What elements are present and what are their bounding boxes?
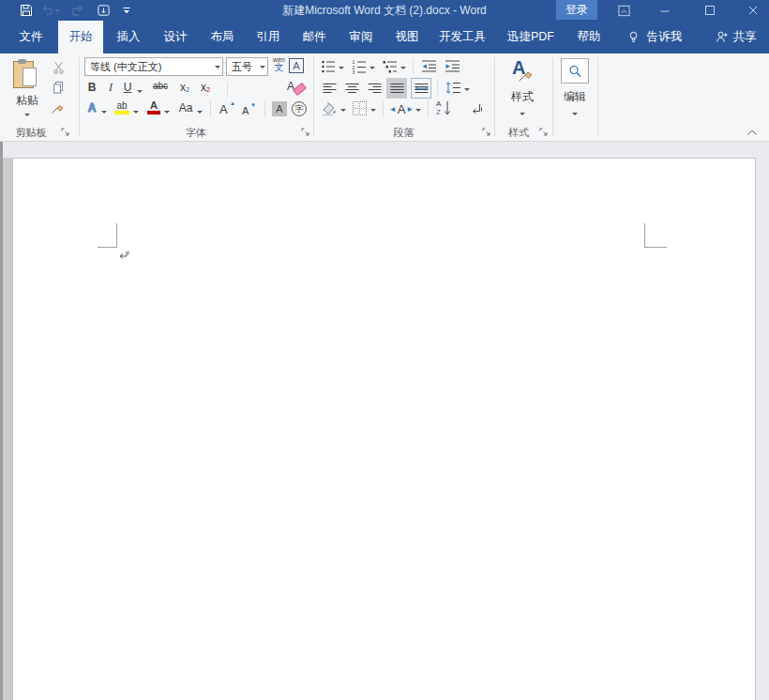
sort-arrow-icon <box>444 100 451 116</box>
highlight-caret[interactable] <box>133 111 139 116</box>
line-spacing-caret[interactable] <box>464 88 470 94</box>
align-center-button[interactable] <box>342 80 361 97</box>
share-button[interactable]: 共享 <box>708 21 762 53</box>
align-right-button[interactable] <box>365 80 384 97</box>
collapse-ribbon-button[interactable] <box>746 129 761 140</box>
shrink-arrow-icon: ▼ <box>250 102 256 108</box>
tab-tell-me[interactable]: 告诉我 <box>619 21 690 53</box>
underline-caret[interactable] <box>137 90 143 96</box>
character-border-button[interactable]: A <box>289 58 304 73</box>
bullets-caret[interactable] <box>339 67 344 72</box>
sort-button[interactable]: A Z <box>436 99 455 118</box>
decrease-indent-button[interactable] <box>419 58 438 74</box>
align-left-button[interactable] <box>320 80 339 97</box>
tab-help[interactable]: 帮助 <box>568 21 610 53</box>
maximize-button[interactable] <box>696 0 724 21</box>
font-size-combo[interactable]: 五号 <box>226 57 268 76</box>
save-icon <box>20 4 33 17</box>
tab-home[interactable]: 开始 <box>58 21 103 53</box>
shading-button[interactable] <box>320 100 339 117</box>
styles-button[interactable]: A 样式 <box>501 57 544 123</box>
undo-button[interactable] <box>41 2 60 19</box>
margin-mark-top-right-vertical <box>644 223 645 248</box>
paste-button[interactable]: 粘贴 <box>8 57 47 123</box>
enclose-characters-button[interactable]: 字 <box>292 101 307 116</box>
numbering-button[interactable]: 123 <box>351 58 368 74</box>
customize-quick-access-button[interactable] <box>117 2 136 19</box>
highlight-color-button[interactable]: ab <box>113 100 130 117</box>
align-center-icon <box>345 83 359 95</box>
close-button[interactable] <box>739 0 767 21</box>
save-button[interactable] <box>17 2 36 19</box>
minimize-button[interactable] <box>651 0 679 21</box>
italic-button[interactable]: I <box>104 82 117 93</box>
text-effects-button[interactable]: A <box>84 102 99 114</box>
tab-review[interactable]: 审阅 <box>339 21 383 53</box>
tab-mailings[interactable]: 邮件 <box>293 21 336 53</box>
font-color-button[interactable]: A <box>146 100 161 117</box>
numbering-caret[interactable] <box>369 67 375 72</box>
shading-caret[interactable] <box>340 109 346 114</box>
underline-button[interactable]: U <box>121 82 134 93</box>
align-left-icon <box>323 83 337 95</box>
touch-mouse-mode-button[interactable] <box>94 2 113 19</box>
lightbulb-icon <box>627 30 640 44</box>
tab-references[interactable]: 引用 <box>248 21 289 53</box>
tab-design[interactable]: 设计 <box>154 21 197 53</box>
tab-pdf-tool[interactable]: 迅捷PDF <box>501 21 561 53</box>
multilevel-list-button[interactable] <box>382 58 399 74</box>
grow-font-button[interactable]: A ▲ <box>219 100 236 117</box>
ribbon-display-options-button[interactable] <box>610 0 638 21</box>
bold-button[interactable]: B <box>84 82 99 93</box>
styles-caret <box>520 113 525 118</box>
margin-mark-top-left-horizontal <box>98 247 117 248</box>
increase-indent-button[interactable] <box>443 58 461 74</box>
group-separator <box>494 57 495 136</box>
styles-dialog-launcher[interactable] <box>539 128 549 137</box>
line-spacing-button[interactable] <box>444 79 462 97</box>
tab-file[interactable]: 文件 <box>8 21 54 53</box>
subscript-button[interactable]: x2 <box>177 82 192 93</box>
paragraph-dialog-launcher[interactable] <box>482 128 491 137</box>
chevron-up-icon <box>746 129 758 136</box>
asian-layout-button[interactable]: ◄ A ► <box>389 100 414 117</box>
format-painter-button[interactable] <box>49 99 68 115</box>
font-color-caret[interactable] <box>164 111 170 116</box>
font-name-combo[interactable]: 等线 (中文正文) <box>84 57 223 76</box>
distribute-text-button[interactable] <box>411 78 431 99</box>
strikethrough-button[interactable]: abc <box>149 82 172 91</box>
character-shading-button[interactable]: A <box>272 101 287 116</box>
justify-button[interactable] <box>386 78 407 99</box>
redo-button[interactable] <box>68 2 86 19</box>
dialog-launcher-icon <box>61 128 70 137</box>
tab-developer[interactable]: 开发工具 <box>431 21 493 53</box>
ribbon-tab-bar: 文件 开始 插入 设计 布局 引用 邮件 审阅 视图 开发工具 迅捷PDF 帮助… <box>0 21 769 53</box>
mini-separator <box>428 100 429 117</box>
multilevel-caret[interactable] <box>400 67 406 72</box>
copy-button[interactable] <box>49 79 68 96</box>
borders-caret[interactable] <box>370 109 376 114</box>
clear-formatting-button[interactable]: A <box>287 80 308 97</box>
title-bar: 新建Microsoft Word 文档 (2).docx - Word 登录 <box>0 0 769 21</box>
shrink-font-button[interactable]: A ▼ <box>242 102 259 117</box>
phonetic-guide-button[interactable]: wén 文 <box>271 56 287 76</box>
bullets-button[interactable] <box>320 58 337 74</box>
show-hide-marks-button[interactable] <box>467 100 484 117</box>
tab-insert[interactable]: 插入 <box>107 21 150 53</box>
editing-button[interactable]: 编辑 <box>559 57 591 123</box>
borders-button[interactable] <box>353 101 367 115</box>
tab-layout[interactable]: 布局 <box>201 21 244 53</box>
asian-layout-caret[interactable] <box>415 109 421 114</box>
tab-view[interactable]: 视图 <box>386 21 428 53</box>
change-case-caret[interactable] <box>197 111 203 116</box>
font-size-caret <box>260 66 265 71</box>
sign-in-button[interactable]: 登录 <box>556 0 597 20</box>
document-canvas[interactable] <box>0 142 769 700</box>
superscript-button[interactable]: x2 <box>198 82 213 93</box>
text-effects-caret[interactable] <box>101 111 107 116</box>
font-dialog-launcher[interactable] <box>301 128 310 137</box>
font-color-bar <box>147 111 160 114</box>
clipboard-dialog-launcher[interactable] <box>61 128 70 137</box>
change-case-button[interactable]: Aa <box>176 102 195 114</box>
cut-button[interactable] <box>49 59 68 76</box>
